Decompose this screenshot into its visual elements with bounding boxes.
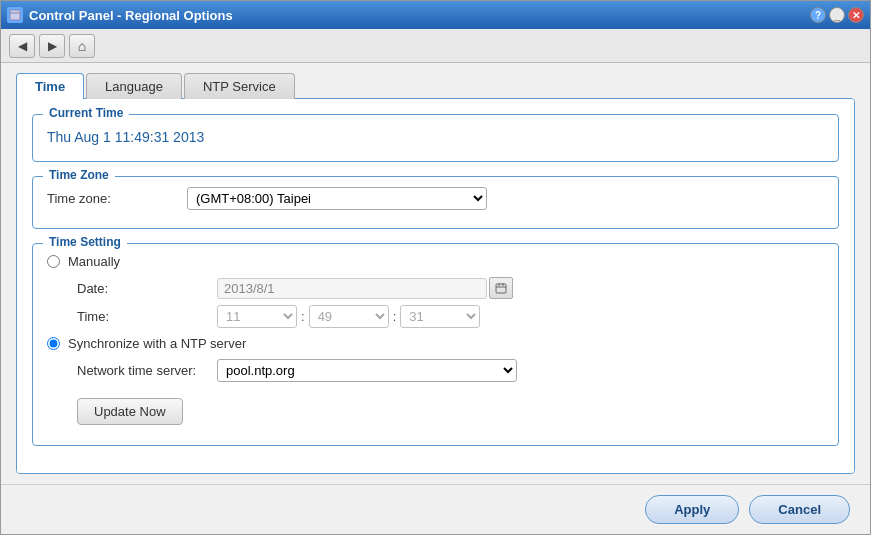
time-zone-row: Time zone: (GMT+08:00) Taipei (GMT+00:00… — [47, 187, 824, 210]
tab-time[interactable]: Time — [16, 73, 84, 99]
calendar-button[interactable] — [489, 277, 513, 299]
time-setting-section: Time Setting Manually Date: — [32, 243, 839, 446]
timezone-select[interactable]: (GMT+08:00) Taipei (GMT+00:00) UTC (GMT-… — [187, 187, 487, 210]
tab-content: Current Time Thu Aug 1 11:49:31 2013 Tim… — [16, 98, 855, 474]
ntp-server-label: Network time server: — [77, 363, 217, 378]
current-time-legend: Current Time — [43, 106, 129, 120]
time-zone-section: Time Zone Time zone: (GMT+08:00) Taipei … — [32, 176, 839, 229]
date-row: Date: — [77, 277, 824, 299]
forward-button[interactable]: ▶ — [39, 34, 65, 58]
ntp-fields: Network time server: pool.ntp.org time.n… — [77, 359, 824, 425]
sync-radio-row: Synchronize with a NTP server — [47, 336, 824, 351]
svg-rect-2 — [496, 284, 506, 293]
ntp-server-row: Network time server: pool.ntp.org time.n… — [77, 359, 824, 382]
sync-radio[interactable] — [47, 337, 60, 350]
time-row: Time: 11 : 49 : 31 — [77, 305, 824, 328]
update-now-button[interactable]: Update Now — [77, 398, 183, 425]
minute-select[interactable]: 49 — [309, 305, 389, 328]
time-label: Time: — [77, 309, 217, 324]
svg-rect-0 — [10, 10, 20, 20]
cancel-button[interactable]: Cancel — [749, 495, 850, 524]
time-selects: 11 : 49 : 31 — [217, 305, 480, 328]
time-zone-legend: Time Zone — [43, 168, 115, 182]
hour-select[interactable]: 11 — [217, 305, 297, 328]
help-button[interactable]: ? — [810, 7, 826, 23]
content-area: Time Language NTP Service Current Time T… — [1, 63, 870, 484]
manual-time-fields: Date: — [77, 277, 824, 328]
sync-label[interactable]: Synchronize with a NTP server — [68, 336, 246, 351]
tabs: Time Language NTP Service — [16, 73, 855, 99]
apply-button[interactable]: Apply — [645, 495, 739, 524]
window-controls: ? _ ✕ — [810, 7, 864, 23]
manually-radio-row: Manually — [47, 254, 824, 269]
tab-language[interactable]: Language — [86, 73, 182, 99]
current-time-value: Thu Aug 1 11:49:31 2013 — [47, 125, 824, 149]
title-bar: Control Panel - Regional Options ? _ ✕ — [1, 1, 870, 29]
manually-radio[interactable] — [47, 255, 60, 268]
window-title: Control Panel - Regional Options — [29, 8, 804, 23]
bottom-bar: Apply Cancel — [1, 484, 870, 534]
date-input-row — [217, 277, 513, 299]
date-input[interactable] — [217, 278, 487, 299]
time-zone-label: Time zone: — [47, 191, 187, 206]
second-select[interactable]: 31 — [400, 305, 480, 328]
current-time-section: Current Time Thu Aug 1 11:49:31 2013 — [32, 114, 839, 162]
date-label: Date: — [77, 281, 217, 296]
colon2: : — [393, 309, 397, 324]
ntp-server-select[interactable]: pool.ntp.org time.nist.gov time.windows.… — [217, 359, 517, 382]
toolbar: ◀ ▶ ⌂ — [1, 29, 870, 63]
tab-ntp[interactable]: NTP Service — [184, 73, 295, 99]
time-zone-control: (GMT+08:00) Taipei (GMT+00:00) UTC (GMT-… — [187, 187, 824, 210]
time-setting-legend: Time Setting — [43, 235, 127, 249]
home-button[interactable]: ⌂ — [69, 34, 95, 58]
main-window: Control Panel - Regional Options ? _ ✕ ◀… — [0, 0, 871, 535]
window-icon — [7, 7, 23, 23]
close-button[interactable]: ✕ — [848, 7, 864, 23]
manually-label[interactable]: Manually — [68, 254, 120, 269]
colon1: : — [301, 309, 305, 324]
back-button[interactable]: ◀ — [9, 34, 35, 58]
minimize-button[interactable]: _ — [829, 7, 845, 23]
